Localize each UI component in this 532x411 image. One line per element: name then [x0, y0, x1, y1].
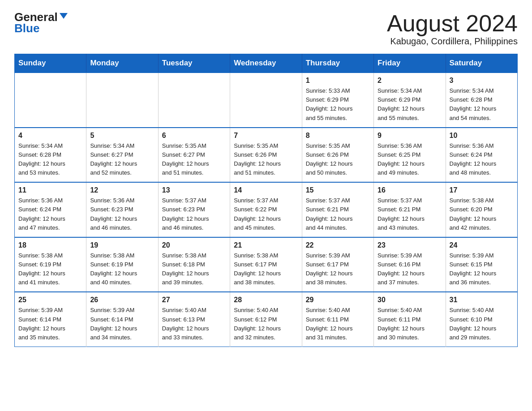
col-wednesday: Wednesday — [230, 54, 302, 73]
logo-blue: Blue — [14, 22, 39, 35]
day-number: 25 — [18, 296, 82, 304]
day-number: 29 — [306, 296, 370, 304]
day-number: 24 — [450, 241, 514, 249]
day-number: 17 — [450, 186, 514, 194]
day-info: Sunrise: 5:35 AMSunset: 6:26 PMDaylight:… — [234, 141, 298, 178]
table-row: 10Sunrise: 5:36 AMSunset: 6:24 PMDayligh… — [446, 128, 517, 183]
day-info: Sunrise: 5:40 AMSunset: 6:13 PMDaylight:… — [162, 306, 226, 342]
calendar-subtitle: Kabugao, Cordillera, Philippines — [387, 36, 518, 47]
day-info: Sunrise: 5:34 AMSunset: 6:28 PMDaylight:… — [450, 86, 514, 123]
day-info: Sunrise: 5:33 AMSunset: 6:29 PMDaylight:… — [306, 86, 370, 123]
col-sunday: Sunday — [15, 54, 86, 73]
day-number: 16 — [378, 186, 442, 194]
table-row: 12Sunrise: 5:36 AMSunset: 6:23 PMDayligh… — [86, 182, 158, 237]
day-number: 13 — [162, 186, 226, 194]
day-number: 27 — [162, 296, 226, 304]
calendar-week-row: 25Sunrise: 5:39 AMSunset: 6:14 PMDayligh… — [15, 292, 518, 347]
day-info: Sunrise: 5:39 AMSunset: 6:15 PMDaylight:… — [450, 251, 514, 287]
day-number: 2 — [378, 77, 442, 85]
day-info: Sunrise: 5:37 AMSunset: 6:21 PMDaylight:… — [306, 196, 370, 232]
table-row: 17Sunrise: 5:38 AMSunset: 6:20 PMDayligh… — [446, 182, 517, 237]
day-info: Sunrise: 5:39 AMSunset: 6:16 PMDaylight:… — [378, 251, 442, 287]
day-number: 19 — [90, 241, 154, 249]
day-info: Sunrise: 5:37 AMSunset: 6:22 PMDaylight:… — [234, 196, 298, 232]
table-row: 5Sunrise: 5:34 AMSunset: 6:27 PMDaylight… — [86, 128, 158, 183]
day-info: Sunrise: 5:37 AMSunset: 6:21 PMDaylight:… — [378, 196, 442, 232]
day-info: Sunrise: 5:36 AMSunset: 6:23 PMDaylight:… — [90, 196, 154, 232]
day-number: 20 — [162, 241, 226, 249]
day-info: Sunrise: 5:34 AMSunset: 6:29 PMDaylight:… — [378, 86, 442, 123]
table-row: 2Sunrise: 5:34 AMSunset: 6:29 PMDaylight… — [374, 73, 446, 128]
calendar-title: August 2024 — [387, 11, 518, 36]
day-info: Sunrise: 5:35 AMSunset: 6:27 PMDaylight:… — [162, 141, 226, 178]
day-number: 26 — [90, 296, 154, 304]
day-info: Sunrise: 5:39 AMSunset: 6:14 PMDaylight:… — [90, 306, 154, 342]
logo-triangle-icon — [60, 13, 68, 19]
day-info: Sunrise: 5:40 AMSunset: 6:12 PMDaylight:… — [234, 306, 298, 342]
table-row: 31Sunrise: 5:40 AMSunset: 6:10 PMDayligh… — [446, 292, 517, 347]
day-info: Sunrise: 5:38 AMSunset: 6:19 PMDaylight:… — [90, 251, 154, 287]
table-row: 23Sunrise: 5:39 AMSunset: 6:16 PMDayligh… — [374, 237, 446, 292]
table-row: 30Sunrise: 5:40 AMSunset: 6:11 PMDayligh… — [374, 292, 446, 347]
table-row — [86, 73, 158, 128]
day-number: 6 — [162, 132, 226, 140]
calendar-week-row: 11Sunrise: 5:36 AMSunset: 6:24 PMDayligh… — [15, 182, 518, 237]
day-number: 22 — [306, 241, 370, 249]
table-row — [230, 73, 302, 128]
calendar-week-row: 18Sunrise: 5:38 AMSunset: 6:19 PMDayligh… — [15, 237, 518, 292]
table-row: 24Sunrise: 5:39 AMSunset: 6:15 PMDayligh… — [446, 237, 517, 292]
day-info: Sunrise: 5:39 AMSunset: 6:17 PMDaylight:… — [306, 251, 370, 287]
table-row — [158, 73, 230, 128]
table-row: 6Sunrise: 5:35 AMSunset: 6:27 PMDaylight… — [158, 128, 230, 183]
day-number: 10 — [450, 132, 514, 140]
day-number: 14 — [234, 186, 298, 194]
table-row: 20Sunrise: 5:38 AMSunset: 6:18 PMDayligh… — [158, 237, 230, 292]
day-info: Sunrise: 5:36 AMSunset: 6:25 PMDaylight:… — [378, 141, 442, 178]
col-friday: Friday — [374, 54, 446, 73]
table-row: 29Sunrise: 5:40 AMSunset: 6:11 PMDayligh… — [302, 292, 373, 347]
title-block: August 2024 Kabugao, Cordillera, Philipp… — [387, 11, 518, 47]
day-number: 11 — [18, 186, 82, 194]
table-row: 13Sunrise: 5:37 AMSunset: 6:23 PMDayligh… — [158, 182, 230, 237]
day-info: Sunrise: 5:39 AMSunset: 6:14 PMDaylight:… — [18, 306, 82, 342]
day-number: 4 — [18, 132, 82, 140]
logo: General Blue — [14, 11, 68, 34]
day-number: 21 — [234, 241, 298, 249]
day-info: Sunrise: 5:38 AMSunset: 6:20 PMDaylight:… — [450, 196, 514, 232]
day-number: 23 — [378, 241, 442, 249]
day-info: Sunrise: 5:36 AMSunset: 6:24 PMDaylight:… — [450, 141, 514, 178]
day-info: Sunrise: 5:40 AMSunset: 6:11 PMDaylight:… — [378, 306, 442, 342]
table-row: 15Sunrise: 5:37 AMSunset: 6:21 PMDayligh… — [302, 182, 373, 237]
table-row: 1Sunrise: 5:33 AMSunset: 6:29 PMDaylight… — [302, 73, 373, 128]
day-info: Sunrise: 5:35 AMSunset: 6:26 PMDaylight:… — [306, 141, 370, 178]
table-row: 11Sunrise: 5:36 AMSunset: 6:24 PMDayligh… — [15, 182, 86, 237]
calendar-week-row: 4Sunrise: 5:34 AMSunset: 6:28 PMDaylight… — [15, 128, 518, 183]
col-monday: Monday — [86, 54, 158, 73]
calendar-week-row: 1Sunrise: 5:33 AMSunset: 6:29 PMDaylight… — [15, 73, 518, 128]
day-info: Sunrise: 5:40 AMSunset: 6:11 PMDaylight:… — [306, 306, 370, 342]
day-number: 31 — [450, 296, 514, 304]
table-row — [15, 73, 86, 128]
table-row: 28Sunrise: 5:40 AMSunset: 6:12 PMDayligh… — [230, 292, 302, 347]
table-row: 8Sunrise: 5:35 AMSunset: 6:26 PMDaylight… — [302, 128, 373, 183]
col-thursday: Thursday — [302, 54, 373, 73]
day-number: 1 — [306, 77, 370, 85]
day-number: 18 — [18, 241, 82, 249]
col-tuesday: Tuesday — [158, 54, 230, 73]
day-info: Sunrise: 5:38 AMSunset: 6:19 PMDaylight:… — [18, 251, 82, 287]
day-number: 8 — [306, 132, 370, 140]
day-number: 5 — [90, 132, 154, 140]
table-row: 4Sunrise: 5:34 AMSunset: 6:28 PMDaylight… — [15, 128, 86, 183]
table-row: 19Sunrise: 5:38 AMSunset: 6:19 PMDayligh… — [86, 237, 158, 292]
calendar-table: Sunday Monday Tuesday Wednesday Thursday… — [14, 54, 518, 347]
col-saturday: Saturday — [446, 54, 517, 73]
day-info: Sunrise: 5:37 AMSunset: 6:23 PMDaylight:… — [162, 196, 226, 232]
day-number: 15 — [306, 186, 370, 194]
day-number: 12 — [90, 186, 154, 194]
day-info: Sunrise: 5:38 AMSunset: 6:17 PMDaylight:… — [234, 251, 298, 287]
table-row: 21Sunrise: 5:38 AMSunset: 6:17 PMDayligh… — [230, 237, 302, 292]
day-info: Sunrise: 5:34 AMSunset: 6:27 PMDaylight:… — [90, 141, 154, 178]
day-info: Sunrise: 5:40 AMSunset: 6:10 PMDaylight:… — [450, 306, 514, 342]
day-info: Sunrise: 5:38 AMSunset: 6:18 PMDaylight:… — [162, 251, 226, 287]
page-header: General Blue August 2024 Kabugao, Cordil… — [14, 11, 518, 47]
